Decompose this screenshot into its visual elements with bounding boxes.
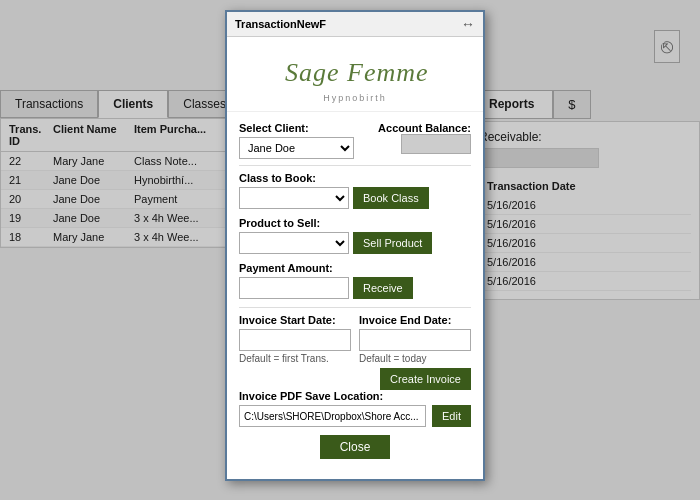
class-to-book-section: Class to Book: Book Class (239, 172, 471, 209)
create-invoice-row: Create Invoice (239, 368, 471, 390)
invoice-path-row: Edit (239, 405, 471, 427)
invoice-start-input[interactable] (239, 329, 351, 351)
close-button[interactable]: Close (320, 435, 391, 459)
modal-titlebar: TransactionNewF ↔ (227, 12, 483, 37)
select-client-label: Select Client: (239, 122, 378, 134)
payment-amount-section: Payment Amount: Receive (239, 262, 471, 299)
modal-body: Select Client: Jane Doe Account Balance:… (227, 112, 483, 479)
logo-text: Sage Femme (235, 49, 475, 95)
payment-amount-input[interactable] (239, 277, 349, 299)
invoice-start-label: Invoice Start Date: (239, 314, 351, 326)
account-balance-value (401, 134, 471, 154)
select-client-dropdown[interactable]: Jane Doe (239, 137, 354, 159)
class-to-book-label: Class to Book: (239, 172, 471, 184)
product-to-sell-section: Product to Sell: Sell Product (239, 217, 471, 254)
invoice-path-input[interactable] (239, 405, 426, 427)
invoice-pdf-label: Invoice PDF Save Location: (239, 390, 471, 402)
product-to-sell-label: Product to Sell: (239, 217, 471, 229)
account-balance-label: Account Balance: (378, 122, 471, 134)
product-to-sell-row: Sell Product (239, 232, 471, 254)
logo-sub: Hypnobirth (235, 93, 475, 103)
payment-amount-label: Payment Amount: (239, 262, 471, 274)
receive-button[interactable]: Receive (353, 277, 413, 299)
logo-svg: Sage Femme (275, 49, 435, 89)
logo-area: Sage Femme Hypnobirth (227, 37, 483, 112)
create-invoice-button[interactable]: Create Invoice (380, 368, 471, 390)
transaction-modal: TransactionNewF ↔ Sage Femme Hypnobirth … (225, 10, 485, 481)
divider (239, 165, 471, 166)
client-balance-row: Select Client: Jane Doe Account Balance: (239, 122, 471, 159)
invoice-end-label: Invoice End Date: (359, 314, 471, 326)
edit-button[interactable]: Edit (432, 405, 471, 427)
sell-product-button[interactable]: Sell Product (353, 232, 432, 254)
client-section: Select Client: Jane Doe (239, 122, 378, 159)
class-dropdown[interactable] (239, 187, 349, 209)
invoice-dates-row: Invoice Start Date: Default = first Tran… (239, 314, 471, 364)
svg-text:Sage Femme: Sage Femme (285, 58, 429, 87)
payment-amount-row: Receive (239, 277, 471, 299)
balance-section: Account Balance: (378, 122, 471, 157)
invoice-pdf-section: Invoice PDF Save Location: Edit (239, 390, 471, 427)
invoice-start-hint: Default = first Trans. (239, 353, 351, 364)
resize-icon[interactable]: ↔ (461, 16, 475, 32)
invoice-end-input[interactable] (359, 329, 471, 351)
modal-title: TransactionNewF (235, 18, 326, 30)
divider-2 (239, 307, 471, 308)
invoice-start-col: Invoice Start Date: Default = first Tran… (239, 314, 351, 364)
class-to-book-row: Book Class (239, 187, 471, 209)
book-class-button[interactable]: Book Class (353, 187, 429, 209)
invoice-end-hint: Default = today (359, 353, 471, 364)
product-dropdown[interactable] (239, 232, 349, 254)
invoice-end-col: Invoice End Date: Default = today (359, 314, 471, 364)
